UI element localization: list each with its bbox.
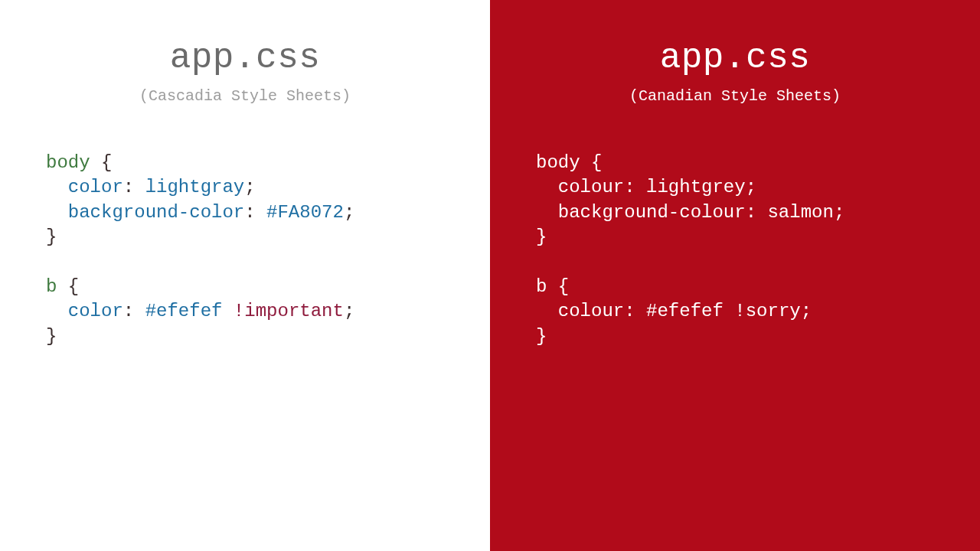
selector-b: b bbox=[46, 276, 57, 297]
brace: { bbox=[580, 152, 603, 173]
prop-bgcolour: background-colour bbox=[558, 202, 746, 223]
panel-canadian: app.css (Canadian Style Sheets) body { c… bbox=[490, 0, 980, 551]
prop-bgcolor: background-color bbox=[68, 202, 244, 223]
val-lightgrey: lightgrey bbox=[646, 177, 746, 197]
slide: app.css (Cascadia Style Sheets) body { c… bbox=[0, 0, 980, 551]
val-salmon: salmon bbox=[767, 202, 833, 223]
brace: } bbox=[536, 326, 547, 347]
val-efefef: #efefef bbox=[145, 301, 223, 321]
subtitle-left: (Cascadia Style Sheets) bbox=[46, 87, 444, 105]
prop-color: color bbox=[68, 301, 123, 321]
val-fa8072: #FA8072 bbox=[266, 202, 344, 223]
val-lightgray: lightgray bbox=[145, 177, 245, 197]
important-flag: !important bbox=[222, 301, 343, 321]
brace: { bbox=[547, 276, 569, 297]
brace: } bbox=[536, 227, 547, 247]
prop-colour: colour bbox=[558, 177, 624, 197]
panel-cascadia: app.css (Cascadia Style Sheets) body { c… bbox=[0, 0, 490, 551]
selector-body: body bbox=[536, 152, 580, 173]
title-right: app.css bbox=[536, 38, 934, 78]
brace: { bbox=[57, 276, 79, 297]
title-left: app.css bbox=[46, 38, 444, 78]
prop-color: color bbox=[68, 177, 123, 197]
brace: } bbox=[46, 326, 57, 347]
prop-colour: colour bbox=[558, 301, 624, 321]
selector-b: b bbox=[536, 276, 547, 297]
code-left: body { color: lightgray; background-colo… bbox=[46, 151, 444, 349]
brace: } bbox=[46, 227, 57, 247]
selector-body: body bbox=[46, 152, 90, 173]
brace: { bbox=[90, 152, 113, 173]
code-right: body { colour: lightgrey; background-col… bbox=[536, 151, 934, 349]
sorry-flag: !sorry bbox=[724, 301, 801, 321]
subtitle-right: (Canadian Style Sheets) bbox=[536, 87, 934, 105]
val-efefef: #efefef bbox=[646, 301, 724, 321]
